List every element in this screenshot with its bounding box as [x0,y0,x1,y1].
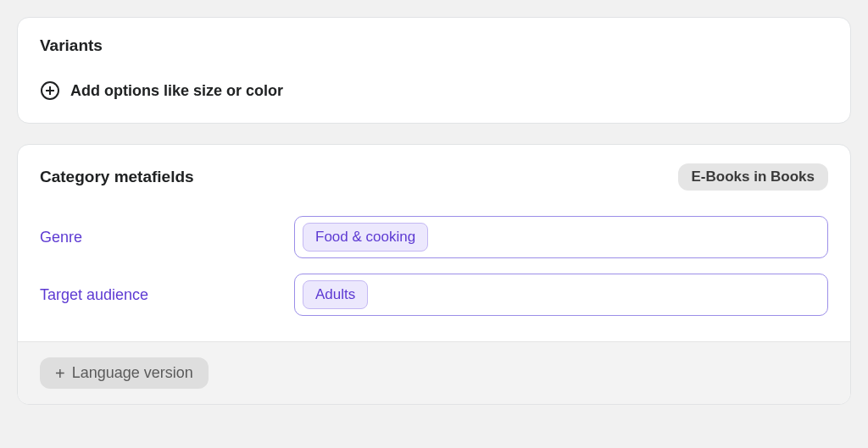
add-options-button[interactable]: Add options like size or color [18,55,850,123]
metafield-label-target-audience[interactable]: Target audience [40,286,294,304]
metafield-input-target-audience[interactable]: Adults [294,274,828,316]
tag-target-audience[interactable]: Adults [303,280,368,309]
metafields-title: Category metafields [40,168,194,186]
plus-icon: + [55,365,65,382]
metafield-label-genre[interactable]: Genre [40,229,294,246]
language-version-label: Language version [72,364,193,382]
language-version-button[interactable]: + Language version [40,357,209,389]
plus-circle-icon [40,80,60,101]
metafields-header: Category metafields E-Books in Books [18,145,850,199]
metafield-input-genre[interactable]: Food & cooking [294,216,828,258]
metafield-row-genre: Genre Food & cooking [40,216,828,258]
variants-title: Variants [40,36,828,55]
category-badge[interactable]: E-Books in Books [678,163,828,191]
metafield-row-target-audience: Target audience Adults [40,274,828,316]
tag-genre[interactable]: Food & cooking [303,223,428,252]
metafields-card: Category metafields E-Books in Books Gen… [17,144,851,405]
metafields-footer: + Language version [18,341,850,404]
variants-header: Variants [18,18,850,55]
add-options-label: Add options like size or color [70,82,283,100]
variants-card: Variants Add options like size or color [17,17,851,124]
metafields-body: Genre Food & cooking Target audience Adu… [18,199,850,341]
